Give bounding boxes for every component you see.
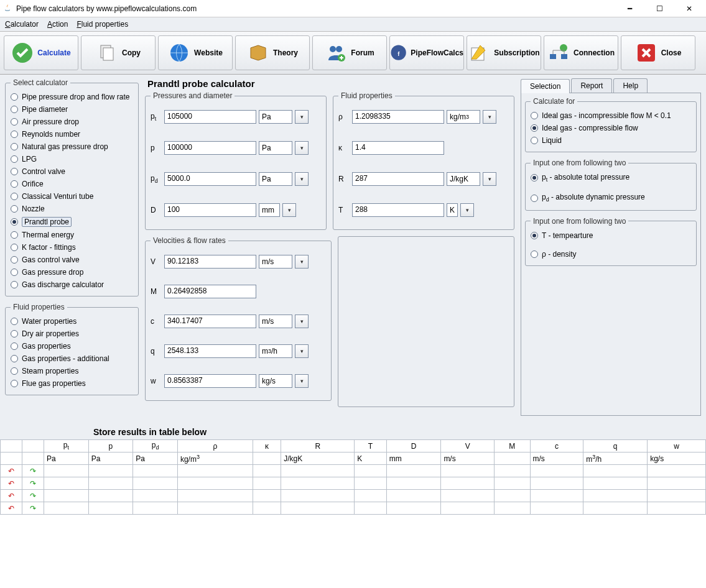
calc-option[interactable]: Prandtl probe: [11, 215, 133, 229]
calculate-button[interactable]: Calculate: [4, 35, 78, 70]
main-content: Select calculator Pipe pressure drop and…: [0, 75, 706, 422]
calc-option[interactable]: Natural gas pressure drop: [11, 140, 133, 153]
opt-T[interactable]: T - tempearture: [531, 229, 691, 242]
calc-option[interactable]: Thermal energy: [11, 229, 133, 241]
arrow-down-icon[interactable]: ↷: [29, 479, 37, 488]
col-header: M: [495, 440, 530, 452]
unit-rho-dropdown[interactable]: [483, 110, 496, 124]
calc-option[interactable]: Orifice: [11, 178, 133, 190]
sym-T: T: [338, 206, 350, 214]
close-button[interactable]: Close: [621, 35, 695, 70]
calc-option[interactable]: Reynolds number: [11, 128, 133, 140]
input-kappa[interactable]: 1.4: [352, 141, 444, 155]
menu-fluid-properties[interactable]: Fluid properties: [77, 20, 128, 29]
opt-liquid[interactable]: Liquid: [531, 134, 691, 147]
calc-option[interactable]: K factor - fittings: [11, 241, 133, 254]
connection-button[interactable]: Connection: [544, 35, 618, 70]
tab-help[interactable]: Help: [613, 78, 648, 93]
calc-option[interactable]: Classical Venturi tube: [11, 190, 133, 203]
unit-pt-dropdown[interactable]: [295, 110, 309, 124]
unit-V-dropdown[interactable]: [295, 255, 309, 269]
fluid-option[interactable]: Flue gas properties: [11, 377, 133, 390]
input-q[interactable]: 2548.133: [164, 344, 256, 358]
calc-option[interactable]: LPG: [11, 153, 133, 165]
right-panel: Selection Report Help Calculate for Idea…: [521, 78, 701, 416]
col-header: κ: [253, 440, 281, 452]
calc-option[interactable]: Control valve: [11, 165, 133, 178]
calc-option[interactable]: Pipe pressure drop and flow rate: [11, 91, 133, 103]
col-unit: [495, 452, 530, 465]
minimize-button[interactable]: ━: [620, 2, 639, 15]
unit-T-dropdown[interactable]: [460, 203, 474, 217]
arrow-up-icon[interactable]: ↶: [7, 504, 16, 513]
fluid-option[interactable]: Gas properties - additional: [11, 352, 133, 365]
calc-option[interactable]: Nozzle: [11, 203, 133, 215]
calc-option[interactable]: Gas pressure drop: [11, 266, 133, 278]
col-unit: Pa: [88, 452, 133, 465]
table-row: ↶↷: [1, 465, 706, 477]
input-p[interactable]: 100000: [164, 141, 256, 155]
empty-panel: [338, 236, 514, 407]
unit-D-dropdown[interactable]: [282, 203, 296, 217]
col-header: c: [530, 440, 583, 452]
unit-pd-dropdown[interactable]: [295, 172, 309, 186]
sym-q: q: [151, 347, 162, 356]
sym-M: M: [151, 287, 162, 296]
website-button[interactable]: Website: [158, 35, 233, 70]
opt-rho[interactable]: ρ - density: [531, 248, 691, 260]
pipeflowcalcs-button[interactable]: f PipeFlowCalcs: [389, 35, 464, 70]
table-row: ↶↷: [1, 502, 706, 515]
tab-selection[interactable]: Selection: [521, 79, 570, 93]
unit-c-dropdown[interactable]: [295, 315, 309, 328]
opt-pd[interactable]: pd - absolute dynamic pressure: [531, 191, 691, 204]
unit-q-dropdown[interactable]: [295, 344, 309, 358]
input-V[interactable]: 90.12183: [164, 255, 256, 269]
col-header: R: [281, 440, 355, 452]
input-M[interactable]: 0.26492858: [164, 285, 256, 298]
menu-calculator[interactable]: Calculator: [5, 20, 39, 29]
fluid-option[interactable]: Water properties: [11, 315, 133, 328]
calc-option[interactable]: Air pressure drop: [11, 116, 133, 128]
maximize-button[interactable]: ☐: [650, 2, 669, 15]
fluid-option[interactable]: Steam properties: [11, 365, 133, 377]
calc-option[interactable]: Gas discharge calculator: [11, 278, 133, 291]
unit-p-dropdown[interactable]: [295, 141, 309, 155]
col-unit: [1, 452, 22, 465]
arrow-up-icon[interactable]: ↶: [7, 467, 16, 475]
calc-option[interactable]: Pipe diameter: [11, 103, 133, 116]
input-pt[interactable]: 105000: [164, 110, 256, 124]
fluid-option[interactable]: Gas properties: [11, 340, 133, 352]
check-icon: [11, 42, 34, 64]
input-w[interactable]: 0.8563387: [164, 374, 256, 388]
close-window-button[interactable]: ✕: [680, 2, 699, 15]
opt-ideal-incompressible[interactable]: Ideal gas - incompressible flow M < 0.1: [531, 109, 691, 122]
arrow-down-icon[interactable]: ↷: [29, 504, 37, 513]
arrow-down-icon[interactable]: ↷: [29, 492, 37, 500]
input-R[interactable]: 287: [352, 172, 444, 186]
input-D[interactable]: 100: [164, 203, 256, 217]
arrow-up-icon[interactable]: ↶: [7, 479, 16, 488]
field-w: w 0.8563387 kg/s: [151, 374, 326, 388]
copy-button[interactable]: Copy: [81, 35, 156, 70]
menu-action[interactable]: Action: [47, 20, 68, 29]
input-c[interactable]: 340.17407: [164, 315, 256, 328]
pressures-legend: Pressures and diameter: [151, 91, 235, 100]
forum-button[interactable]: Forum: [312, 35, 387, 70]
arrow-up-icon[interactable]: ↶: [7, 492, 16, 500]
fluid-props-panel: Fluid properties ρ 1.2098335 kg/m3 κ 1.4…: [333, 91, 514, 230]
tab-report[interactable]: Report: [571, 78, 612, 93]
arrow-down-icon[interactable]: ↷: [29, 467, 37, 475]
input-rho[interactable]: 1.2098335: [352, 110, 444, 124]
subscription-button[interactable]: Subscription: [467, 35, 541, 70]
fluid-option[interactable]: Dry air properties: [11, 328, 133, 340]
input-T[interactable]: 288: [352, 203, 444, 217]
calc-option[interactable]: Gas control valve: [11, 254, 133, 266]
unit-R-dropdown[interactable]: [483, 172, 496, 186]
unit-w-dropdown[interactable]: [295, 374, 309, 388]
input-pd[interactable]: 5000.0: [164, 172, 256, 186]
col-unit: mm: [386, 452, 441, 465]
theory-button[interactable]: Theory: [235, 35, 310, 70]
opt-pt[interactable]: pt - absolute total pressure: [531, 171, 691, 185]
opt-ideal-compressible[interactable]: Ideal gas - compressible flow: [531, 122, 691, 134]
people-icon: [325, 42, 347, 64]
